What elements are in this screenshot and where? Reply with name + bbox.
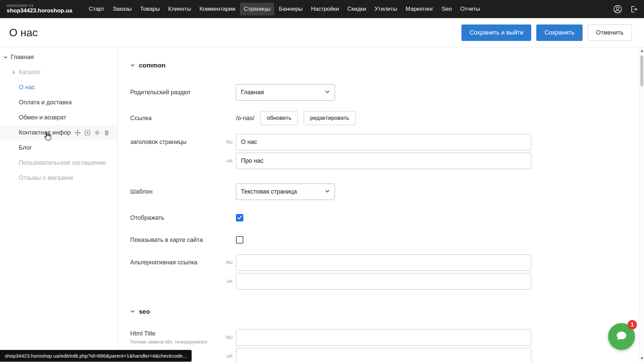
- page-edit-form: common Родительский раздел Главная Ссылк…: [118, 47, 639, 362]
- html-title-label: Html Title: [130, 330, 222, 337]
- lang-badge-ua: UA: [222, 354, 236, 359]
- user-icon[interactable]: [612, 4, 623, 14]
- header-actions: Сохранить и выйти Сохранить Отменить: [461, 24, 632, 41]
- sitemap-checkbox[interactable]: [236, 236, 243, 244]
- section-common-title: common: [139, 62, 165, 69]
- template-select[interactable]: Текстовая страница: [236, 184, 335, 200]
- chat-widget-button[interactable]: 1: [608, 323, 635, 350]
- tree-row-actions: [75, 130, 110, 136]
- sidebar-item-home[interactable]: Главная: [0, 50, 118, 65]
- display-label: Отображать: [130, 214, 222, 221]
- nav-start[interactable]: Старт: [85, 3, 108, 15]
- cancel-button[interactable]: Отменить: [588, 24, 632, 41]
- page-title-row: заголовок страницы RU UA: [118, 134, 639, 169]
- parent-section-select[interactable]: Главная: [236, 84, 335, 101]
- template-value: Текстовая страница: [241, 188, 297, 195]
- scrollbar-thumb[interactable]: [640, 55, 643, 86]
- chevron-down-icon: [325, 188, 330, 195]
- section-common-header[interactable]: common: [130, 61, 639, 69]
- parent-section-row: Родительский раздел Главная: [118, 84, 639, 101]
- page-title-label: заголовок страницы: [130, 139, 222, 146]
- scrollbar-down-arrow-icon[interactable]: [641, 357, 643, 360]
- parent-section-value: Главная: [241, 89, 264, 96]
- sidebar-item-label: Блог: [19, 144, 32, 151]
- parent-section-label: Родительский раздел: [130, 89, 222, 96]
- lang-badge-ru: RU: [222, 335, 236, 340]
- sidebar-item-label: Пользовательское соглашение: [19, 159, 106, 166]
- topbar-right: [612, 4, 639, 14]
- vertical-scrollbar[interactable]: [639, 47, 644, 362]
- save-button[interactable]: Сохранить: [536, 24, 582, 41]
- template-row: Шаблон Текстовая страница: [118, 184, 639, 200]
- nav-banners[interactable]: Баннеры: [275, 3, 306, 15]
- lang-badge-ru: RU: [222, 260, 236, 265]
- nav-marketing[interactable]: Маркетинг: [402, 3, 437, 15]
- section-seo-header[interactable]: seo: [130, 308, 639, 316]
- link-label: Ссылка: [130, 115, 222, 122]
- top-nav: Старт Заказы Товары Клиенты Комментарии …: [85, 3, 484, 15]
- move-icon[interactable]: [75, 130, 81, 136]
- sidebar-item-contact-info[interactable]: Контактная инфор: [0, 125, 118, 140]
- sidebar-item-label: О нас: [19, 84, 35, 91]
- refresh-link-button[interactable]: обновить: [260, 111, 298, 125]
- sidebar-item-label: Главная: [11, 54, 34, 61]
- sitemap-label: Показывать в карте сайта: [130, 237, 222, 244]
- nav-discounts[interactable]: Скидки: [344, 3, 370, 15]
- template-label: Шаблон: [130, 188, 222, 195]
- html-title-ru-input[interactable]: [236, 329, 531, 346]
- html-title-hint: Полная замена title, генерируемого: [130, 339, 222, 345]
- chevron-down-icon[interactable]: [3, 55, 11, 59]
- scrollbar-up-arrow-icon[interactable]: [641, 50, 643, 52]
- logout-icon[interactable]: [629, 4, 639, 14]
- alt-link-ua-input[interactable]: [236, 273, 531, 290]
- alt-link-label: Альтернативная ссылка: [130, 259, 222, 266]
- page-title: О нас: [9, 27, 38, 39]
- display-checkbox[interactable]: [236, 214, 243, 221]
- nav-clients[interactable]: Клиенты: [164, 3, 195, 15]
- nav-utilities[interactable]: Утилиты: [371, 3, 401, 15]
- sidebar-item-label: Контактная инфор: [19, 129, 70, 136]
- sidebar-item-label: Обмен и возврат: [19, 114, 66, 121]
- sidebar-item-user-agreement[interactable]: Пользовательское соглашение: [0, 155, 118, 170]
- nav-comments[interactable]: Комментарии: [196, 3, 239, 15]
- sidebar-item-label: Отзывы о магазине: [19, 174, 73, 182]
- page-title-ru-input[interactable]: [236, 134, 531, 150]
- sidebar-item-store-reviews[interactable]: Отзывы о магазине: [0, 170, 118, 186]
- save-and-exit-button[interactable]: Сохранить и выйти: [461, 24, 531, 41]
- page-header: О нас Сохранить и выйти Сохранить Отмени…: [0, 18, 644, 47]
- chevron-down-icon: [130, 308, 135, 315]
- pages-tree-sidebar: Главная Каталог О нас Оплата и доставка …: [0, 47, 118, 362]
- sidebar-item-label: Каталог: [19, 69, 41, 76]
- gear-icon[interactable]: [94, 130, 100, 136]
- sidebar-item-about[interactable]: О нас: [0, 80, 118, 95]
- html-title-row: Html Title Полная замена title, генериру…: [118, 329, 639, 362]
- status-url-tooltip: shop34423.horoshop.ua/edit/edit.php?id=6…: [0, 350, 192, 362]
- page-title-ua-input[interactable]: [236, 153, 531, 169]
- sidebar-item-exchange-return[interactable]: Обмен и возврат: [0, 110, 118, 125]
- section-seo-title: seo: [139, 308, 150, 315]
- chevron-right-icon[interactable]: [11, 70, 19, 74]
- edit-link-button[interactable]: редактировать: [304, 111, 355, 125]
- chevron-down-icon: [325, 89, 330, 96]
- brand-logo[interactable]: HOROSHOP V4 shop34423.horoshop.ua: [7, 4, 72, 14]
- nav-pages[interactable]: Страницы: [240, 3, 274, 15]
- nav-settings[interactable]: Настройки: [307, 3, 343, 15]
- sitemap-row: Показывать в карте сайта: [118, 236, 639, 244]
- add-icon[interactable]: [84, 130, 91, 136]
- html-title-label-cell: Html Title Полная замена title, генериру…: [130, 330, 222, 345]
- sidebar-item-payment-delivery[interactable]: Оплата и доставка: [0, 95, 118, 110]
- sidebar-item-blog[interactable]: Блог: [0, 140, 118, 155]
- lang-badge-ru: RU: [222, 140, 236, 145]
- display-row: Отображать: [118, 214, 639, 221]
- alt-link-ru-input[interactable]: [236, 254, 531, 271]
- lang-badge-ua: UA: [222, 158, 236, 163]
- nav-orders[interactable]: Заказы: [109, 3, 136, 15]
- chat-unread-badge: 1: [628, 320, 637, 329]
- nav-products[interactable]: Товары: [137, 3, 163, 15]
- trash-icon[interactable]: [104, 130, 110, 136]
- html-title-ua-input[interactable]: [236, 348, 531, 362]
- link-path: /o-nas/: [236, 115, 254, 122]
- nav-seo[interactable]: Seo: [438, 3, 455, 15]
- sidebar-item-catalog[interactable]: Каталог: [0, 65, 118, 80]
- nav-reports[interactable]: Отчеты: [456, 3, 484, 15]
